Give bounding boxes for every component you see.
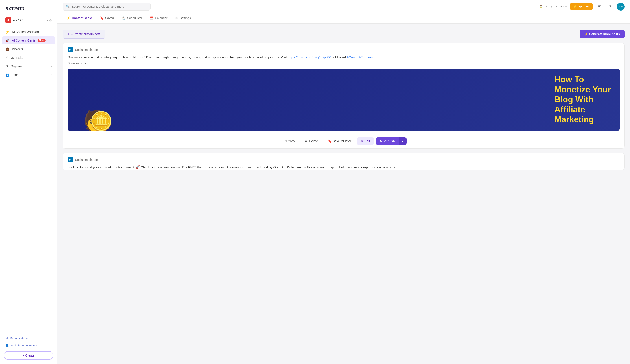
trash-icon: 🗑 bbox=[305, 139, 308, 143]
check-icon: ✓ bbox=[5, 56, 8, 60]
workspace-actions: ▾ ⚙ bbox=[47, 19, 52, 22]
sidebar-item-label: Team bbox=[12, 73, 19, 76]
tab-saved[interactable]: 🔖 Saved bbox=[96, 13, 118, 23]
tab-scheduled[interactable]: 🕐 Scheduled bbox=[118, 13, 146, 23]
publish-button[interactable]: ➤ Publish bbox=[376, 137, 399, 145]
sidebar-item-label: Projects bbox=[12, 47, 23, 51]
show-more-label: Show more bbox=[68, 61, 83, 66]
briefcase-icon: 💼 bbox=[5, 47, 10, 51]
create-custom-post-button[interactable]: + + Create custom post bbox=[62, 30, 106, 38]
clock-icon: 🕐 bbox=[122, 16, 126, 20]
post-body: Discover a new world of intriguing conte… bbox=[63, 54, 624, 69]
generate-more-posts-button[interactable]: ⚡ Generate more posts bbox=[580, 30, 625, 38]
linkedin-icon: in bbox=[68, 47, 73, 52]
tab-calendar[interactable]: 📅 Calendar bbox=[146, 13, 172, 23]
delete-button[interactable]: 🗑 Delete bbox=[301, 137, 322, 145]
post-type-2: Social media post bbox=[75, 158, 100, 162]
copy-label: Copy bbox=[288, 139, 295, 143]
sidebar: narrato A abc120 ▾ ⚙ ⚡ AI Content Assist… bbox=[0, 0, 57, 364]
copy-icon: ⎘ bbox=[284, 139, 286, 143]
invite-team-link[interactable]: 👤 Invite team members bbox=[4, 342, 54, 348]
monitor-icon: 🖥 bbox=[5, 336, 8, 340]
add-user-icon: 👤 bbox=[5, 344, 9, 347]
search-input[interactable] bbox=[72, 5, 147, 8]
calendar-icon: 📅 bbox=[150, 16, 154, 20]
blog-title-text: How ToMonetize YourBlog WithAffiliateMar… bbox=[554, 74, 611, 125]
generate-label: ⚡ Generate more posts bbox=[584, 32, 620, 36]
chevron-down-icon: ∨ bbox=[84, 61, 86, 66]
tab-settings[interactable]: ⚙ Settings bbox=[171, 13, 195, 23]
edit-icon: ✏ bbox=[361, 139, 364, 143]
sidebar-item-ai-assistant[interactable]: ⚡ AI Content Assistant bbox=[2, 28, 55, 36]
search-icon: 🔍 bbox=[66, 4, 70, 8]
post-header: in Social media post bbox=[63, 43, 624, 54]
post-actions: ⎘ Copy 🗑 Delete 🔖 Save for later ✏ Edit bbox=[63, 134, 624, 148]
sidebar-nav: ⚡ AI Content Assistant 🚀 AI Content Geni… bbox=[0, 25, 57, 332]
post-card-2: in Social media post Looking to boost yo… bbox=[62, 153, 625, 170]
post-link[interactable]: https://narrato.io/blog/page/5/ bbox=[288, 55, 331, 59]
create-label: + Create bbox=[22, 354, 34, 357]
tab-label: Saved bbox=[105, 16, 114, 20]
lightning-icon: ⚡ bbox=[573, 5, 577, 8]
trial-text: 14 days of trial left bbox=[544, 5, 567, 8]
edit-label: Edit bbox=[365, 139, 370, 143]
post-text: Discover a new world of intriguing conte… bbox=[68, 55, 288, 59]
sidebar-item-organize[interactable]: ⚙ Organize › bbox=[2, 62, 55, 70]
edit-button[interactable]: ✏ Edit bbox=[357, 137, 374, 145]
organize-icon: ⚙ bbox=[5, 64, 8, 68]
post-image: BLOG ✏️ 🧑 🪙 How ToMonetize YourBlog With… bbox=[68, 69, 620, 130]
plus-icon: + bbox=[68, 32, 69, 36]
copy-button[interactable]: ⎘ Copy bbox=[281, 137, 299, 145]
lightning-icon: ⚡ bbox=[66, 16, 70, 20]
upgrade-button[interactable]: ⚡ Upgrade bbox=[570, 3, 593, 10]
action-row: + + Create custom post ⚡ Generate more p… bbox=[62, 30, 625, 38]
publish-label: Publish bbox=[384, 139, 395, 143]
trial-badge: ⏳ 14 days of trial left bbox=[539, 5, 567, 8]
search-box[interactable]: 🔍 bbox=[62, 3, 150, 10]
tab-label: Settings bbox=[180, 16, 191, 20]
workspace-selector[interactable]: A abc120 ▾ ⚙ bbox=[2, 16, 55, 25]
sidebar-item-label: AI Content Genie bbox=[12, 39, 36, 42]
request-demo-link[interactable]: 🖥 Request demo bbox=[4, 335, 54, 341]
save-label: Save for later bbox=[333, 139, 351, 143]
linkedin-icon-2: in bbox=[68, 157, 73, 162]
mail-button[interactable]: ✉ bbox=[596, 3, 604, 10]
request-demo-label: Request demo bbox=[10, 336, 28, 340]
save-for-later-button[interactable]: 🔖 Save for later bbox=[324, 137, 355, 145]
tab-label: Calendar bbox=[155, 16, 168, 20]
team-icon: 👥 bbox=[5, 72, 10, 77]
topbar: 🔍 ⏳ 14 days of trial left ⚡ Upgrade ✉ ? … bbox=[57, 0, 630, 13]
logo-text: narrato bbox=[5, 5, 24, 12]
clock-icon: ⏳ bbox=[539, 5, 542, 8]
post-body-2: Looking to boost your content creation g… bbox=[63, 164, 624, 170]
tabbar: ⚡ ContentGenie 🔖 Saved 🕐 Scheduled 📅 Cal… bbox=[57, 13, 630, 24]
sidebar-item-label: AI Content Assistant bbox=[12, 30, 40, 34]
post-text-2: Looking to boost your content creation g… bbox=[68, 165, 395, 169]
sidebar-item-team[interactable]: 👥 Team › bbox=[2, 71, 55, 79]
gear-icon[interactable]: ⚙ bbox=[49, 19, 52, 22]
pencil-icon: ✏️ bbox=[134, 129, 153, 130]
tab-content-genie[interactable]: ⚡ ContentGenie bbox=[62, 13, 96, 23]
chevron-down-icon: ∨ bbox=[402, 140, 404, 143]
user-avatar[interactable]: AA bbox=[617, 3, 625, 10]
create-custom-label: + Create custom post bbox=[71, 32, 100, 36]
new-badge: New! bbox=[38, 39, 46, 42]
sidebar-item-label: Organize bbox=[10, 64, 23, 68]
sidebar-item-my-tasks[interactable]: ✓ My Tasks bbox=[2, 54, 55, 62]
create-button[interactable]: + Create bbox=[4, 351, 54, 360]
help-button[interactable]: ? bbox=[606, 3, 614, 10]
post-type: Social media post bbox=[75, 48, 100, 52]
sidebar-item-ai-genie[interactable]: 🚀 AI Content Genie New! bbox=[2, 36, 55, 44]
show-more-button[interactable]: Show more ∨ bbox=[68, 61, 86, 66]
publish-arrow-icon: ➤ bbox=[380, 139, 382, 143]
workspace-avatar: A bbox=[5, 17, 12, 23]
chevron-down-icon[interactable]: ▾ bbox=[47, 19, 48, 22]
logo: narrato bbox=[0, 0, 57, 16]
publish-button-group: ➤ Publish ∨ bbox=[376, 137, 406, 145]
post-card: in Social media post Discover a new worl… bbox=[62, 43, 625, 148]
sidebar-item-projects[interactable]: 💼 Projects bbox=[2, 45, 55, 53]
publish-dropdown-button[interactable]: ∨ bbox=[399, 137, 406, 145]
rocket-icon: 🚀 bbox=[5, 38, 10, 42]
tab-label: Scheduled bbox=[127, 16, 142, 20]
invite-team-label: Invite team members bbox=[10, 344, 37, 347]
